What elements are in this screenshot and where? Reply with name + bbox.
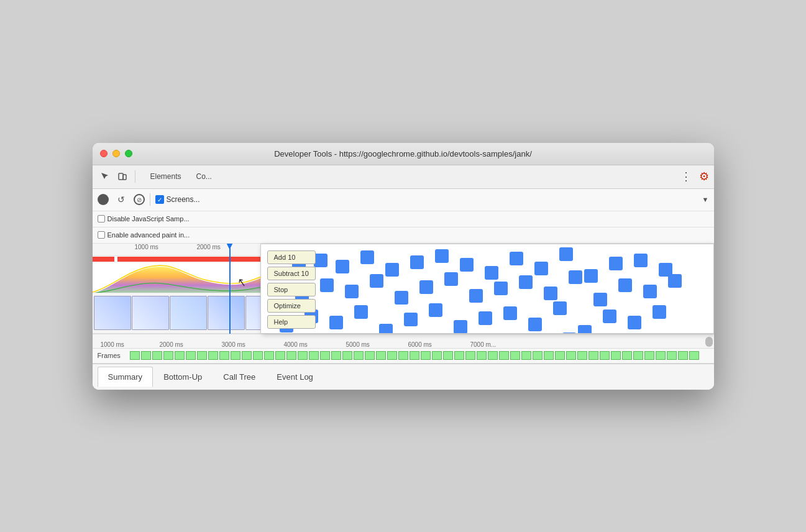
frame-bar [577,351,587,360]
bottom-mark-5000: 5000 ms [346,341,370,348]
frame-bars-container [130,351,712,360]
disable-js-checkbox[interactable] [98,215,105,222]
tab-console[interactable]: Co... [189,170,219,183]
frame-bar [231,351,240,360]
blue-square-5 [410,255,424,269]
more-tools-button[interactable]: ⋮ [675,170,697,183]
disable-js-label: Disable JavaScript Samp... [108,215,190,222]
optimize-button[interactable]: Optimize [267,299,316,313]
blue-square-2 [336,260,349,273]
enable-paint-label: Enable advanced paint in... [108,231,190,239]
frame-bar [275,351,285,360]
frame-bar [387,351,397,360]
screenshot-checkbox[interactable]: ✓ [155,195,164,204]
frame-bar [477,351,487,360]
frame-bar [175,351,185,360]
memory-dropdown-icon[interactable]: ▼ [702,196,709,203]
options-row-1: Disable JavaScript Samp... [93,211,714,227]
frame-bar [454,351,464,360]
blue-square-34 [329,316,343,329]
frame-bar [644,351,654,360]
blue-square-29 [618,278,632,292]
blue-square-11 [559,247,573,261]
frames-label: Frames [95,352,129,359]
bottom-mark-3000: 3000 ms [222,341,245,348]
blue-square-27 [569,270,582,284]
blue-square-45 [603,310,616,323]
timeline-section: 1000 ms 2000 ms 7000 n FPS CPU NET [93,244,714,334]
frame-bar [421,351,431,360]
frame-bar [611,351,621,360]
frame-bar [443,351,453,360]
minimize-button[interactable] [112,150,120,157]
ruler-mark-1000: 1000 ms [135,244,158,250]
tab-summary[interactable]: Summary [98,367,153,387]
frame-bar [544,351,554,360]
blue-square-39 [454,320,467,334]
screenshot-thumb-4 [208,296,245,330]
blue-square-38 [429,303,442,317]
frame-bar [410,351,419,360]
screenshot-thumb-3 [170,296,207,330]
blue-square-17 [320,278,334,292]
frame-bar [555,351,565,360]
frame-bar [588,351,598,360]
panel-tabs: Elements Co... [143,170,219,183]
disable-js-option: Disable JavaScript Samp... [98,215,190,222]
blue-square-18 [345,285,359,298]
devtools-panel: Elements Co... ⋮ ⚙ ↺ ⊘ ✓ Screens... ▼ D [93,165,714,390]
tab-elements[interactable]: Elements [143,170,189,183]
bottom-ruler: 1000 ms 2000 ms 3000 ms 4000 ms 5000 ms … [93,334,714,349]
close-button[interactable] [100,150,108,157]
blue-square-42 [528,318,542,331]
frame-bar [331,351,341,360]
enable-paint-checkbox[interactable] [98,231,105,239]
frame-bar [667,351,677,360]
bottom-mark-7000: 7000 m... [470,341,497,348]
blue-square-59 [562,332,576,334]
clear-button[interactable]: ⊘ [134,194,145,205]
toolbar-sep-1 [135,170,135,183]
blue-square-13 [609,257,623,270]
reload-record-button[interactable]: ↺ [114,192,129,207]
tab-call-tree[interactable]: Call Tree [213,367,266,387]
blue-square-36 [379,324,393,334]
help-button[interactable]: Help [267,315,316,329]
maximize-button[interactable] [125,150,132,157]
subtract-10-button[interactable]: Subtract 10 [267,267,316,280]
blue-square-37 [404,313,418,326]
blue-square-40 [479,311,492,325]
frame-bar [264,351,274,360]
device-toggle-icon[interactable] [115,169,130,184]
frame-bar [309,351,319,360]
tab-bottom-up[interactable]: Bottom-Up [153,367,213,387]
tab-event-log[interactable]: Event Log [266,367,324,387]
frame-bar [219,351,229,360]
blue-square-10 [534,262,548,275]
stop-button[interactable]: Stop [267,283,316,296]
blue-square-46 [628,316,641,329]
timeline-scrollbar-thumb[interactable] [705,337,713,347]
blue-squares-canvas [261,244,713,333]
frame-bar [689,351,699,360]
frame-bar [342,351,352,360]
frame-bar [365,351,375,360]
frame-bar [521,351,531,360]
frame-bar [566,351,576,360]
record-button[interactable] [98,194,109,205]
ruler-mark-2000: 2000 ms [197,244,221,250]
blue-square-4 [385,263,399,277]
blue-square-43 [553,301,567,315]
frame-bar [432,351,442,360]
settings-icon[interactable]: ⚙ [699,170,709,183]
blue-square-28 [593,293,607,306]
frame-bar [298,351,308,360]
inspect-icon[interactable] [98,169,112,184]
bottom-mark-6000: 6000 ms [408,341,432,348]
screenshot-label: Screens... [167,195,200,204]
bottom-mark-2000: 2000 ms [160,341,183,348]
add-10-button[interactable]: Add 10 [267,250,316,264]
blue-square-19 [370,274,383,288]
frame-bar [656,351,666,360]
blue-square-24 [494,282,508,295]
